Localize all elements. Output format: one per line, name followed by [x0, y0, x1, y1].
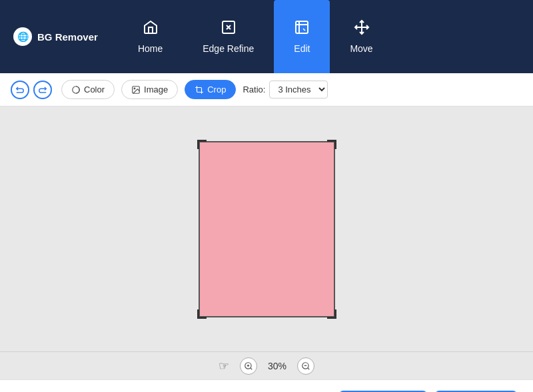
svg-point-18: [245, 206, 288, 243]
svg-point-27: [274, 305, 290, 315]
image-label: Image: [144, 85, 168, 95]
image-container: [199, 141, 335, 317]
color-button[interactable]: Color: [61, 80, 115, 99]
svg-point-7: [248, 167, 285, 188]
crop-handle-top-right[interactable]: [327, 140, 336, 149]
svg-point-13: [269, 186, 276, 194]
svg-point-11: [269, 174, 274, 180]
ratio-label: Ratio:: [243, 85, 265, 95]
zoom-out-button[interactable]: [297, 357, 314, 375]
tab-move-label: Move: [350, 43, 372, 54]
edit-icon: [294, 19, 310, 38]
svg-point-19: [252, 235, 281, 254]
tab-home[interactable]: Home: [118, 0, 183, 73]
tab-edge-refine[interactable]: Edge Refine: [183, 0, 274, 73]
crop-handle-bottom-left[interactable]: [197, 309, 207, 319]
move-icon: [354, 19, 370, 38]
tab-edit-label: Edit: [294, 43, 310, 54]
toolbar: Color Image Crop Ratio: 3 Inches Free 1:…: [0, 73, 533, 106]
zoom-bar: ☞ 30%: [0, 351, 533, 379]
undo-button[interactable]: [11, 81, 29, 99]
svg-point-25: [294, 239, 304, 248]
edge-refine-icon: [221, 19, 237, 38]
svg-point-22: [272, 249, 276, 253]
svg-rect-8: [248, 178, 285, 184]
home-icon: [143, 19, 159, 38]
crop-button[interactable]: Crop: [185, 80, 236, 99]
redo-button[interactable]: [33, 81, 52, 99]
tab-home-label: Home: [138, 43, 163, 54]
svg-point-16: [265, 193, 268, 196]
svg-point-14: [259, 187, 263, 191]
svg-point-21: [263, 252, 267, 256]
svg-point-15: [270, 187, 274, 191]
pan-icon[interactable]: ☞: [219, 359, 229, 373]
svg-rect-17: [263, 206, 270, 216]
svg-point-23: [267, 244, 271, 248]
svg-point-26: [247, 305, 263, 315]
svg-point-20: [255, 249, 259, 253]
svg-point-12: [257, 186, 264, 194]
svg-rect-5: [199, 141, 335, 317]
crop-handle-bottom-right[interactable]: [327, 309, 336, 319]
zoom-in-button[interactable]: [240, 357, 257, 375]
ratio-select: Ratio: 3 Inches Free 1:1 2:3 3:4 4:5 16:…: [243, 81, 328, 98]
svg-point-24: [231, 254, 243, 264]
image-button[interactable]: Image: [121, 80, 178, 99]
tab-edit[interactable]: Edit: [274, 0, 330, 73]
svg-point-4: [134, 88, 135, 89]
crop-label: Crop: [207, 85, 226, 95]
image-background: [199, 141, 335, 317]
tab-move[interactable]: Move: [330, 0, 392, 73]
crop-handle-top-left[interactable]: [197, 140, 207, 149]
ratio-dropdown[interactable]: 3 Inches Free 1:1 2:3 3:4 4:5 16:9: [269, 81, 328, 98]
canvas-area: [0, 106, 533, 351]
app-title: BG Remover: [37, 31, 98, 43]
zoom-percent: 30%: [268, 361, 286, 371]
child-figure: [199, 141, 335, 317]
svg-point-10: [259, 174, 265, 180]
tab-edge-refine-label: Edge Refine: [203, 43, 254, 54]
nav-tabs: Home Edge Refine Edit: [118, 0, 393, 73]
color-label: Color: [84, 85, 105, 95]
logo-area: 🌐 BG Remover: [13, 27, 98, 46]
logo-icon: 🌐: [13, 27, 32, 46]
undo-redo-group: [11, 81, 52, 99]
footer: New Image Download: [0, 379, 533, 392]
svg-point-6: [248, 169, 285, 209]
header: 🌐 BG Remover Home Edge Refine: [0, 0, 533, 73]
svg-point-9: [249, 177, 255, 182]
svg-rect-1: [296, 21, 308, 33]
